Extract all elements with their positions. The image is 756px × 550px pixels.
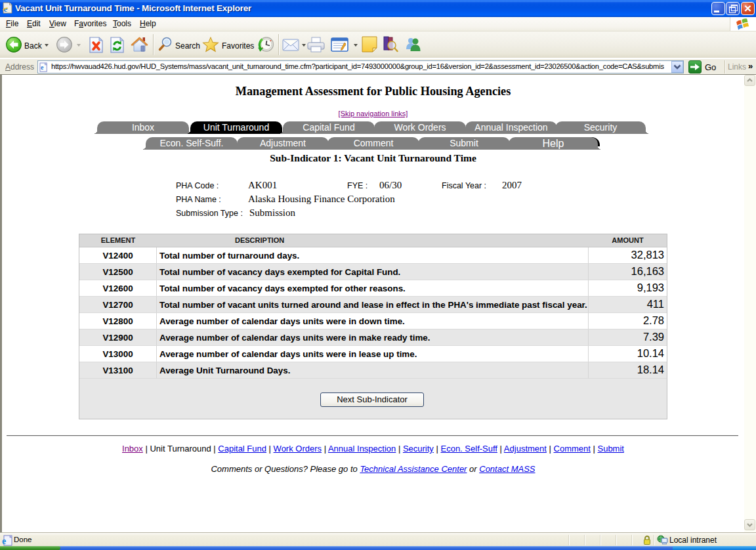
svg-text:e: e (2, 536, 6, 546)
svg-text:e: e (41, 64, 44, 71)
